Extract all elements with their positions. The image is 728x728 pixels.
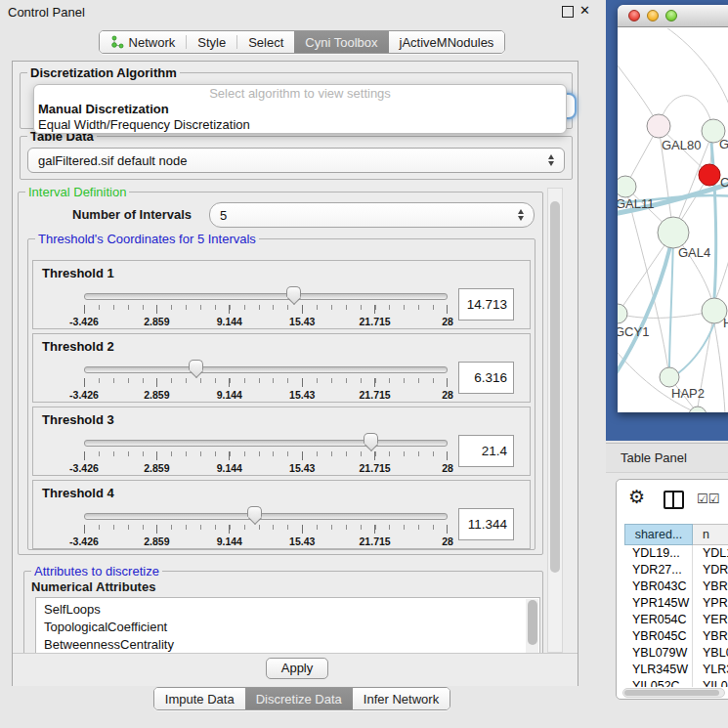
tab-infer-network[interactable]: Infer Network	[353, 688, 450, 709]
node-gal11[interactable]	[618, 176, 636, 197]
scrollbar-thumb[interactable]	[528, 600, 537, 645]
table-data-combobox[interactable]: galFiltered.sif default node	[27, 148, 565, 173]
tick-label: 9.144	[217, 535, 242, 547]
scrollbar-thumb[interactable]	[550, 201, 560, 573]
apply-button[interactable]: Apply	[266, 658, 328, 679]
threshold-value-field[interactable]: 21.4	[458, 435, 514, 467]
table-horizontal-scrollbar[interactable]	[622, 688, 725, 698]
table-row[interactable]: YBR043CYBR0	[624, 578, 728, 595]
slider-thumb[interactable]	[189, 360, 203, 370]
network-canvas[interactable]: GAL80 GA C GAL11 GAL4 GCY1 H HAP2	[618, 28, 728, 412]
tick-label: 9.144	[217, 316, 242, 327]
threshold-3-slider[interactable]: -3.426 2.859 9.144 15.43 21.715 28	[84, 431, 448, 476]
slider-track[interactable]	[84, 513, 448, 520]
node-label: GAL80	[662, 138, 701, 152]
threshold-label: Threshold 3	[42, 412, 114, 427]
tab-impute-data[interactable]: Impute Data	[154, 688, 245, 709]
tick-label: 28	[442, 462, 453, 474]
interval-definition-legend: Interval Definition	[25, 185, 129, 199]
table-row[interactable]: YDR27...YDR2	[624, 562, 728, 578]
tab-label: Style	[197, 35, 226, 50]
threshold-value-field[interactable]: 11.344	[458, 508, 514, 540]
node-label: GA	[719, 137, 728, 151]
tab-discretize-data[interactable]: Discretize Data	[245, 688, 353, 709]
network-window[interactable]: GAL80 GA C GAL11 GAL4 GCY1 H HAP2	[618, 5, 728, 412]
tick-label: 28	[442, 316, 453, 327]
slider-ticks	[84, 378, 448, 388]
node-label: GAL11	[618, 196, 655, 211]
numerical-attributes-list[interactable]: SelfLoops TopologicalCoefficient Between…	[35, 597, 540, 658]
node-label: H	[723, 316, 728, 330]
table-row[interactable]: YIL052CYIL0	[624, 678, 728, 687]
option-equal-width-frequency[interactable]: Equal Width/Frequency Discretization	[34, 117, 566, 133]
split-pane-icon[interactable]	[664, 491, 684, 509]
tick-label: 21.715	[360, 462, 391, 474]
table-panel-header: Table Panel	[606, 443, 728, 473]
slider-track[interactable]	[84, 366, 448, 373]
threshold-2-slider[interactable]: -3.426 2.859 9.144 15.43 21.715 28	[84, 358, 448, 403]
gear-icon[interactable]: ⚙	[628, 487, 645, 508]
node-selected-red[interactable]	[699, 164, 720, 186]
scrollbar-thumb[interactable]	[624, 690, 719, 696]
tick-label: -3.426	[69, 389, 99, 401]
table-row[interactable]: YBL079WYBL0	[624, 645, 728, 662]
table-row[interactable]: YER054CYER0	[624, 612, 728, 628]
table-header-row: shared... n	[624, 524, 728, 545]
combo-spinner-icon	[518, 209, 524, 221]
slider-thumb[interactable]	[247, 506, 262, 517]
bottom-tab-group: Impute Data Discretize Data Infer Networ…	[153, 687, 450, 710]
close-traffic-light-icon[interactable]	[628, 10, 640, 21]
bottom-tab-bar: Impute Data Discretize Data Infer Networ…	[0, 687, 604, 710]
threshold-4-slider[interactable]: -3.426 2.859 9.144 15.43 21.715 28	[84, 504, 448, 549]
tab-cyni-toolbox[interactable]: Cyni Toolbox	[294, 31, 388, 53]
tab-style[interactable]: Style	[187, 31, 236, 53]
threshold-1-slider[interactable]: -3.426 2.859 9.144 15.43 21.715 28	[84, 284, 448, 329]
slider-track[interactable]	[84, 293, 448, 300]
node-gal80[interactable]	[647, 114, 670, 138]
option-manual-discretization[interactable]: Manual Discretization	[34, 102, 566, 117]
combo-spinner-icon	[548, 154, 554, 166]
numerical-attributes-label: Numerical Attributes	[31, 579, 155, 594]
number-of-intervals-label: Number of Intervals	[72, 207, 192, 222]
threshold-1-panel: Threshold 1 -3.426 2.859 9.144 15.43 21.…	[32, 260, 531, 329]
number-of-intervals-combobox[interactable]: 5	[209, 202, 535, 228]
minimize-traffic-light-icon[interactable]	[647, 10, 659, 21]
node-gcy1[interactable]	[618, 304, 627, 323]
control-panel-titlebar: Control Panel ✕	[0, 0, 604, 23]
tick-label: -3.426	[69, 462, 99, 474]
threshold-3-panel: Threshold 3 -3.426 2.859 9.144 15.43 21.…	[32, 407, 531, 476]
list-item[interactable]: SelfLoops	[36, 601, 539, 619]
column-header-name[interactable]: n	[693, 524, 728, 545]
table-row[interactable]: YDL19...YDL1	[624, 545, 728, 562]
list-item[interactable]: BetweennessCentrality	[36, 636, 539, 654]
node-hap2[interactable]	[660, 367, 679, 387]
tick-label: 2.859	[144, 462, 169, 474]
float-window-icon[interactable]	[562, 6, 574, 18]
node-gal4[interactable]	[658, 217, 689, 248]
tab-jactivemnodules[interactable]: jActiveMNodules	[389, 31, 505, 53]
tab-label: Select	[248, 35, 283, 50]
threshold-value-field[interactable]: 14.713	[458, 288, 514, 321]
table-row[interactable]: YBR045CYBR0	[624, 628, 728, 645]
slider-track[interactable]	[84, 440, 448, 447]
node-bottom-partial[interactable]	[689, 407, 707, 412]
select-columns-icon[interactable]: ☑☑	[697, 492, 719, 506]
tab-select[interactable]: Select	[237, 31, 294, 53]
tick-label: 2.859	[144, 535, 169, 547]
slider-thumb[interactable]	[364, 433, 378, 444]
threshold-value-field[interactable]: 6.316	[458, 362, 514, 394]
panel-vertical-scrollbar[interactable]	[547, 188, 563, 653]
close-icon[interactable]: ✕	[579, 3, 590, 18]
network-window-titlebar[interactable]	[618, 5, 728, 27]
table-body: YDL19...YDL1 YDR27...YDR2 YBR043CYBR0 YP…	[624, 545, 728, 687]
tick-label: 21.715	[360, 316, 391, 327]
tab-network[interactable]: Network	[100, 31, 187, 53]
zoom-traffic-light-icon[interactable]	[665, 10, 677, 21]
table-row[interactable]: YLR345WYLR3	[624, 662, 728, 678]
table-data-value: galFiltered.sif default node	[38, 153, 187, 168]
table-row[interactable]: YPR145WYPR1	[624, 595, 728, 612]
column-header-shared[interactable]: shared...	[624, 524, 693, 545]
list-scrollbar[interactable]	[526, 599, 538, 656]
list-item[interactable]: TopologicalCoefficient	[36, 619, 539, 636]
slider-thumb[interactable]	[286, 286, 301, 297]
